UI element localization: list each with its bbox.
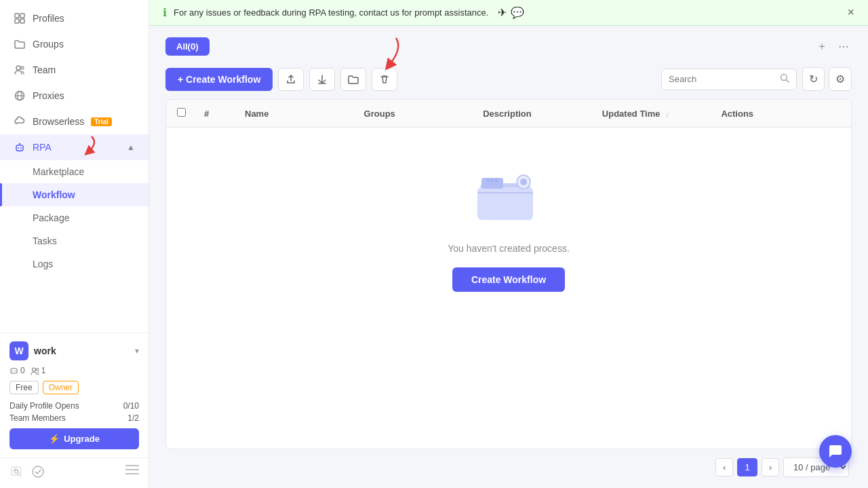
logs-label: Logs: [33, 259, 53, 269]
svg-point-28: [520, 179, 527, 185]
search-box: [661, 69, 797, 90]
sidebar-item-package[interactable]: Package: [0, 206, 149, 229]
column-updated-time[interactable]: Updated Time ↓: [602, 109, 722, 119]
rpa-chevron-up-icon: ▲: [127, 143, 135, 152]
sidebar-item-profiles-label: Profiles: [33, 13, 64, 24]
folder-icon: [14, 38, 26, 50]
page-1-button[interactable]: 1: [737, 458, 757, 476]
more-options-button[interactable]: ⋯: [835, 37, 852, 56]
svg-point-4: [16, 66, 20, 70]
column-name: Name: [245, 109, 364, 119]
info-icon: ℹ: [163, 6, 167, 19]
chat-bubble-button[interactable]: [819, 435, 852, 468]
workflow-label: Workflow: [33, 189, 75, 200]
sidebar-item-proxies[interactable]: Proxies: [0, 83, 149, 109]
workspace-footer: W work ▾ 0 1 Free Owner Daily Profile Op…: [0, 333, 149, 457]
column-actions: Actions: [721, 109, 840, 119]
svg-point-31: [495, 179, 498, 182]
notice-text: For any issues or feedback during RPA te…: [174, 7, 488, 18]
svg-point-15: [15, 371, 16, 372]
empty-folder-illustration: [475, 168, 542, 229]
svg-point-30: [491, 179, 494, 182]
sidebar-item-team[interactable]: Team: [0, 57, 149, 83]
tab-all-label: All(0): [176, 41, 199, 52]
upgrade-button[interactable]: ⚡ Upgrade: [9, 428, 139, 449]
workspace-name: work: [34, 345, 130, 356]
workspace-header[interactable]: W work ▾: [9, 341, 139, 360]
workspace-meta: 0 1: [9, 366, 139, 375]
svg-point-12: [19, 143, 20, 145]
daily-profile-opens-label: Daily Profile Opens: [9, 401, 79, 411]
search-icon: [780, 73, 789, 86]
upgrade-label: Upgrade: [64, 434, 100, 444]
empty-state: You haven't created process. Create Work…: [166, 128, 851, 333]
refresh-button[interactable]: ↻: [802, 67, 825, 91]
prev-page-button[interactable]: ‹: [715, 458, 733, 476]
telegram-icon[interactable]: [31, 465, 45, 481]
svg-point-10: [18, 147, 19, 149]
team-members-stat: Team Members 1/2: [9, 413, 139, 423]
daily-profile-opens-value: 0/10: [123, 401, 139, 411]
trial-badge: Trial: [91, 117, 112, 126]
notice-close-button[interactable]: ×: [847, 5, 854, 20]
pagination-row: ‹ 1 › 10 / page 20 / page 50 / page: [165, 449, 852, 477]
sidebar-item-tasks[interactable]: Tasks: [0, 229, 149, 252]
create-workflow-empty-label: Create Workflow: [471, 274, 546, 285]
search-input[interactable]: [669, 74, 776, 84]
folder-button[interactable]: [340, 68, 366, 91]
svg-point-11: [20, 147, 22, 149]
settings-button[interactable]: ⚙: [829, 67, 852, 91]
svg-rect-1: [20, 14, 24, 18]
sidebar-item-rpa[interactable]: RPA ▲: [0, 134, 149, 160]
discord-social-icon[interactable]: 💬: [511, 6, 524, 19]
export-button[interactable]: [278, 68, 304, 91]
tab-all[interactable]: All(0): [165, 37, 210, 56]
empty-state-text: You haven't created process.: [448, 243, 570, 254]
sidebar-item-marketplace[interactable]: Marketplace: [0, 160, 149, 183]
members-meta: 1: [31, 366, 46, 375]
upgrade-icon: ⚡: [49, 434, 60, 444]
delete-button[interactable]: [372, 68, 397, 91]
telegram-social-icon[interactable]: ✈: [498, 6, 507, 19]
sidebar-item-browserless[interactable]: Browserless Trial: [0, 109, 149, 134]
svg-rect-0: [15, 14, 19, 18]
create-workflow-empty-button[interactable]: Create Workflow: [452, 267, 565, 292]
sidebar-item-logs[interactable]: Logs: [0, 252, 149, 276]
sidebar-item-workflow[interactable]: Workflow: [0, 183, 149, 206]
current-page-label: 1: [745, 462, 749, 472]
badge-tags: Free Owner: [9, 381, 139, 394]
add-tab-button[interactable]: ＋: [814, 37, 830, 56]
svg-point-5: [21, 67, 24, 69]
free-badge: Free: [9, 381, 39, 394]
sidebar-item-rpa-label: RPA: [33, 142, 52, 153]
import-button[interactable]: [309, 68, 335, 91]
create-workflow-button[interactable]: + Create Workflow: [165, 68, 273, 91]
cloud-icon: [14, 115, 26, 128]
column-groups: Groups: [364, 109, 484, 119]
sidebar-item-groups[interactable]: Groups: [0, 31, 149, 57]
tabs-actions: ＋ ⋯: [814, 37, 852, 56]
column-num: #: [204, 109, 245, 119]
next-page-button[interactable]: ›: [762, 458, 779, 476]
svg-point-29: [487, 179, 490, 182]
users-icon: [14, 64, 26, 76]
svg-point-14: [12, 371, 14, 372]
sidebar-item-groups-label: Groups: [33, 39, 64, 50]
svg-rect-25: [477, 187, 533, 220]
column-checkbox[interactable]: [177, 108, 204, 119]
daily-profile-opens-stat: Daily Profile Opens 0/10: [9, 401, 139, 411]
sidebar-item-proxies-label: Proxies: [33, 90, 64, 101]
discord-icon[interactable]: [9, 465, 23, 481]
sidebar-item-profiles[interactable]: Profiles: [0, 5, 149, 31]
bot-icon: [14, 141, 26, 153]
grid-icon: [14, 12, 26, 24]
menu-icon[interactable]: [125, 465, 139, 481]
globe-icon: [14, 90, 26, 102]
create-workflow-label: + Create Workflow: [178, 74, 260, 85]
tabs-row: All(0) ＋ ⋯: [165, 37, 852, 56]
package-label: Package: [33, 212, 69, 223]
workspace-avatar: W: [9, 341, 28, 360]
select-all-checkbox[interactable]: [177, 108, 186, 117]
tasks-label: Tasks: [33, 236, 57, 246]
sort-icon: ↓: [665, 110, 669, 118]
